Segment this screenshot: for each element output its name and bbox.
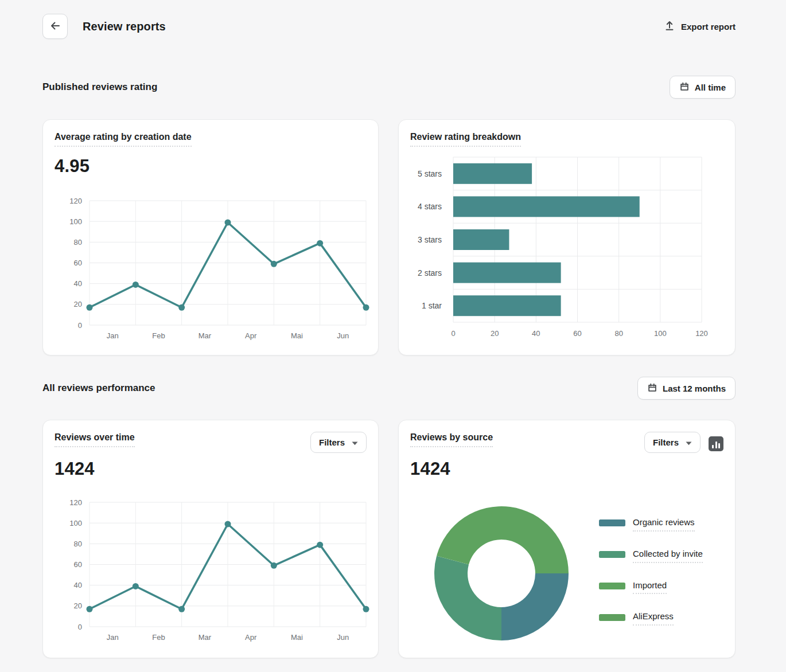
legend-swatch-imported (599, 583, 625, 589)
last-12-months-label: Last 12 months (663, 384, 726, 393)
avg-rating-line-chart: 020406080100120JanFebMarAprMaiJun (55, 193, 367, 345)
all-time-button[interactable]: All time (670, 76, 736, 99)
back-button[interactable] (42, 14, 68, 39)
filters-label: Filters (653, 437, 679, 447)
svg-text:120: 120 (695, 329, 708, 337)
card-header-reviews-by-source: Reviews by source Filters (410, 432, 723, 453)
svg-text:80: 80 (74, 540, 82, 548)
svg-text:Apr: Apr (245, 633, 257, 642)
legend-label-aliexpress: AliExpress (633, 609, 674, 626)
svg-text:Mar: Mar (199, 633, 212, 642)
card-reviews-over-time: Reviews over time Filters 1424 020406080… (42, 420, 379, 658)
review-reports-page: Review reports Export report Published r… (0, 0, 786, 672)
card-reviews-by-source: Reviews by source Filters (398, 420, 736, 658)
svg-text:5 stars: 5 stars (418, 169, 442, 178)
svg-text:100: 100 (654, 329, 667, 337)
calendar-icon (647, 382, 657, 394)
filters-button-reviews-by-source[interactable]: Filters (644, 432, 701, 453)
export-report-label: Export report (681, 22, 736, 32)
svg-text:120: 120 (69, 498, 82, 507)
card-title-rating-breakdown: Review rating breakdown (410, 131, 723, 147)
average-rating-value: 4.95 (55, 156, 367, 177)
upload-icon (664, 20, 675, 33)
card-average-rating: Average rating by creation date 4.95 020… (42, 119, 379, 355)
filters-label: Filters (319, 437, 345, 447)
page-title: Review reports (83, 20, 166, 33)
svg-text:2 stars: 2 stars (418, 268, 442, 278)
legend-item-imported: Imported (599, 578, 714, 595)
bar-chart-view-toggle-button[interactable] (709, 436, 723, 451)
svg-text:40: 40 (74, 581, 82, 589)
svg-text:Apr: Apr (245, 331, 257, 340)
cards-row-2: Reviews over time Filters 1424 020406080… (42, 420, 736, 658)
topbar: Review reports Export report (42, 14, 736, 39)
export-report-button[interactable]: Export report (664, 20, 736, 33)
svg-text:4 stars: 4 stars (418, 202, 442, 211)
svg-text:100: 100 (69, 519, 82, 528)
svg-text:0: 0 (78, 623, 82, 631)
card-rating-breakdown: Review rating breakdown 0204060801001205… (398, 119, 736, 355)
svg-text:0: 0 (451, 329, 455, 337)
legend-item-organic-reviews: Organic reviews (599, 515, 714, 532)
card-title-rating-breakdown-text[interactable]: Review rating breakdown (410, 131, 521, 147)
card-title-average-rating-text[interactable]: Average rating by creation date (55, 131, 192, 147)
svg-text:120: 120 (69, 197, 82, 205)
filters-button-reviews-over-time[interactable]: Filters (310, 432, 367, 453)
legend-item-aliexpress: AliExpress (599, 609, 714, 626)
svg-text:60: 60 (74, 560, 82, 569)
reviews-by-source-actions: Filters (644, 432, 723, 453)
card-header-reviews-over-time: Reviews over time Filters (55, 432, 367, 453)
svg-text:Mar: Mar (199, 331, 212, 340)
svg-text:20: 20 (491, 329, 499, 337)
svg-text:80: 80 (74, 238, 82, 247)
back-arrow-icon (49, 20, 61, 33)
reviews-by-source-total: 1424 (410, 459, 723, 479)
svg-text:40: 40 (532, 329, 540, 337)
svg-text:80: 80 (614, 329, 622, 337)
chevron-down-icon (686, 437, 692, 447)
chevron-down-icon (352, 437, 358, 447)
last-12-months-button[interactable]: Last 12 months (637, 377, 736, 400)
card-title-reviews-by-source-text[interactable]: Reviews by source (410, 432, 493, 447)
bar-chart-icon (712, 445, 714, 448)
svg-text:Jun: Jun (337, 331, 349, 340)
svg-text:Jan: Jan (107, 331, 119, 340)
svg-text:Feb: Feb (152, 633, 165, 642)
legend-label-organic-reviews: Organic reviews (633, 515, 695, 532)
legend-swatch-collected-by-invite (599, 551, 625, 558)
card-title-reviews-over-time-text[interactable]: Reviews over time (55, 432, 135, 447)
all-time-label: All time (695, 83, 726, 92)
svg-text:40: 40 (74, 279, 82, 288)
svg-text:20: 20 (74, 601, 82, 610)
svg-text:Mai: Mai (291, 633, 303, 642)
card-title-reviews-by-source: Reviews by source (410, 432, 493, 447)
legend-swatch-organic-reviews (599, 519, 625, 526)
card-title-average-rating: Average rating by creation date (55, 131, 367, 147)
section-heading-published-reviews-rating: Published reviews rating (42, 81, 157, 93)
section-all-reviews-performance: All reviews performance Last 12 months (42, 377, 736, 400)
svg-text:20: 20 (74, 300, 82, 308)
legend-item-collected-by-invite: Collected by invite (599, 546, 714, 563)
svg-text:0: 0 (78, 321, 82, 330)
cards-row-1: Average rating by creation date 4.95 020… (42, 119, 736, 355)
svg-text:60: 60 (74, 259, 82, 267)
svg-text:Jan: Jan (107, 633, 119, 642)
reviews-by-source-donut-chart (434, 506, 569, 641)
svg-text:Jun: Jun (337, 633, 349, 642)
reviews-by-source-chart-area: Organic reviews Collected by invite Impo… (410, 506, 723, 641)
section-published-reviews-rating: Published reviews rating All time (42, 76, 736, 99)
section-heading-all-reviews-performance: All reviews performance (42, 382, 155, 394)
card-title-reviews-over-time: Reviews over time (55, 432, 135, 447)
calendar-icon (679, 81, 690, 93)
legend-label-collected-by-invite: Collected by invite (633, 546, 703, 563)
legend-label-imported: Imported (633, 578, 667, 595)
reviews-over-time-total: 1424 (55, 459, 367, 479)
legend-swatch-aliexpress (599, 614, 625, 621)
svg-text:Feb: Feb (152, 331, 165, 340)
svg-text:1 star: 1 star (422, 301, 442, 310)
svg-text:60: 60 (573, 329, 581, 337)
rating-breakdown-bar-chart: 0204060801001205 stars4 stars3 stars2 st… (410, 156, 723, 339)
svg-text:100: 100 (69, 217, 82, 226)
svg-text:Mai: Mai (291, 331, 303, 340)
reviews-over-time-line-chart: 020406080100120JanFebMarAprMaiJun (55, 494, 367, 647)
